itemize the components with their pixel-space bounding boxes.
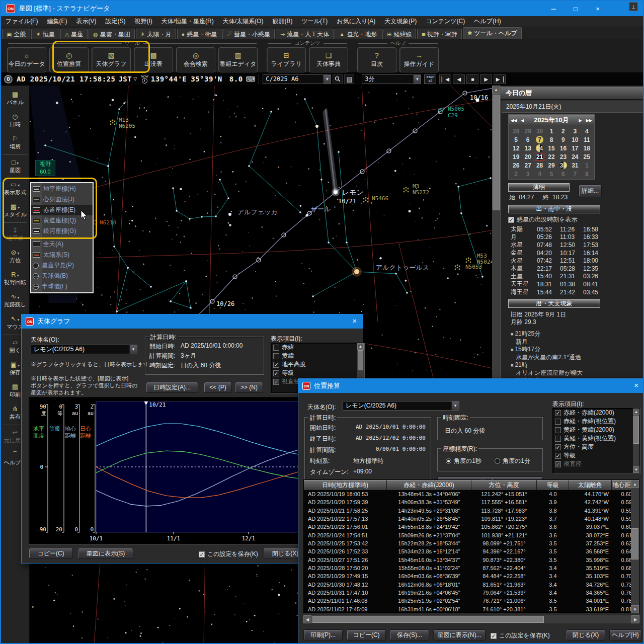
copy-button[interactable]: コピー(C) <box>29 548 73 559</box>
sidebar-item-panel[interactable]: ▦パネル <box>1 88 29 110</box>
calendar-day[interactable]: 30 <box>557 161 569 170</box>
tab-constellations[interactable]: △星座 <box>60 29 88 39</box>
search-icon[interactable] <box>333 74 343 84</box>
chevron-down-icon[interactable]: ▼ <box>413 75 421 84</box>
tab-sun-moon[interactable]: ☀太陽・月 <box>136 29 176 39</box>
checkbox-icon[interactable]: ✓ <box>555 427 561 433</box>
ephemeris-table[interactable]: 日時(地方標準時)赤経・赤緯(J2000)方位・高度等級太陽離角地心距 AD 2… <box>303 479 639 613</box>
menu-item-galactic-coords[interactable]: 銀河座標(G) <box>31 226 93 236</box>
checkbox-icon[interactable]: ✓ <box>199 551 205 557</box>
prev-button[interactable]: << (P) <box>204 382 232 393</box>
tab-daylight-terrain[interactable]: ▲昼光・地形 <box>335 29 381 39</box>
timezone-dropdown-icon[interactable]: ▽ <box>133 76 137 82</box>
tab-planets-satellites[interactable]: ●惑星・衛星 <box>177 29 222 39</box>
print-button[interactable]: 印刷(P)... <box>303 629 343 640</box>
save-settings-checkbox[interactable]: ✓この設定を保存(K) <box>491 631 550 640</box>
scrollbar-thumb[interactable] <box>493 95 500 210</box>
calendar-day[interactable]: 8 <box>545 135 557 144</box>
sidebar-item-light-trail[interactable]: ∿▾光跡残し <box>1 290 29 312</box>
menu-item-horizontal-coords[interactable]: 地平座標(H) <box>31 184 93 194</box>
maximize-button[interactable]: □ <box>565 1 587 16</box>
sidebar-item-location[interactable]: ⚐場所 <box>1 132 29 154</box>
table-row[interactable]: AD 2025/10/19 18:00:5313h48m41.3s +34°04… <box>304 490 639 498</box>
calendar-day[interactable]: 5 <box>545 170 557 178</box>
latitude-value[interactable]: 35°39'N <box>191 75 222 83</box>
show-chart-button[interactable]: 星図に表示(N)... <box>433 629 486 640</box>
menu-item-10[interactable]: 天文現象(P) <box>380 16 421 27</box>
list-icon[interactable]: ▤ <box>344 74 354 84</box>
minimize-button[interactable]: ─ <box>542 1 565 16</box>
step-back-button[interactable]: ◀ <box>453 74 465 84</box>
calendar-day[interactable]: 26 <box>510 161 522 170</box>
display-item-赤経・赤緯(視位置)[interactable]: ✓赤経・赤緯(視位置) <box>553 417 639 426</box>
checkbox-icon[interactable]: ✓ <box>508 217 514 223</box>
calendar-day[interactable]: 1 <box>581 161 593 170</box>
sidebar-item-display-format[interactable]: ▭▾表示形式 <box>1 178 29 200</box>
calendar-day[interactable]: 22 <box>545 152 557 161</box>
calendar-day[interactable]: 20 <box>522 152 533 161</box>
tab-fov-frame[interactable]: ◙視野・写野 <box>417 29 462 39</box>
datetime-setting-button[interactable]: 日時設定(A)... <box>146 382 198 393</box>
help-button[interactable]: ヘルプ(H) <box>609 629 641 640</box>
table-row[interactable]: AD 2025/10/29 17:49:1516h04m03.6s +08°36… <box>304 572 639 580</box>
celestial-graph-button[interactable]: ▧天体グラフ <box>92 47 131 72</box>
table-row[interactable]: AD 2025/10/26 17:52:3315h34m23.8s +16°12… <box>304 547 639 555</box>
calendar-day[interactable]: 8 <box>581 170 593 178</box>
chevron-down-icon[interactable]: ▼ <box>129 345 137 354</box>
tab-comets-asteroids[interactable]: ☄彗星・小惑星 <box>222 29 275 39</box>
calendar-day[interactable]: 24 <box>569 152 581 161</box>
menu-item-planisphere[interactable]: 星座早見(P) <box>31 260 93 271</box>
tab-nebulae-clusters[interactable]: ◍星雲・星団 <box>89 29 135 39</box>
calendar-day[interactable]: 30 <box>534 127 545 135</box>
radio-icon[interactable] <box>495 458 500 464</box>
scrollbar-thumb[interactable] <box>312 616 544 623</box>
next-button[interactable]: >> (N) <box>235 382 263 393</box>
calendar-day[interactable]: 6 <box>522 135 533 144</box>
column-header-1[interactable]: 赤経・赤緯(J2000) <box>387 480 471 490</box>
tab-general[interactable]: ▣全般 <box>2 29 30 39</box>
calendar-day[interactable]: 7 <box>534 135 545 144</box>
scroll-down-icon[interactable]: ▼ <box>631 605 639 613</box>
rise-set-table-button[interactable]: ▤出没表 <box>134 47 173 72</box>
save-settings-checkbox[interactable]: ✓この設定を保存(K) <box>199 550 258 558</box>
calendar-day[interactable]: 1 <box>545 127 557 135</box>
position-calc-button[interactable]: ◴位置推算 <box>49 47 89 72</box>
play-button[interactable]: ▶ <box>480 74 492 84</box>
sidebar-item-fov-rotation[interactable]: R▾視野回転 <box>1 268 29 290</box>
column-header-2[interactable]: 方位・高度 <box>471 480 537 490</box>
longitude-value[interactable]: 139°44'E <box>151 75 187 83</box>
calendar-day[interactable]: 13 <box>522 144 533 152</box>
calendar-day[interactable]: 15 <box>545 144 557 152</box>
calendar-day[interactable]: 29 <box>522 127 533 135</box>
time-step-combo[interactable]: 3分▼ <box>362 74 421 84</box>
calendar-day[interactable]: 27 <box>522 161 533 170</box>
current-datetime[interactable]: AD 2025/10/21 17:58:25 <box>17 75 115 83</box>
checkbox-icon[interactable]: ✓ <box>273 362 279 368</box>
close-button[interactable]: × <box>587 1 609 16</box>
checkbox-icon[interactable]: ✓ <box>273 345 279 351</box>
skip-start-button[interactable]: ▏◀ <box>439 74 451 84</box>
display-item-等級[interactable]: ✓等級 <box>553 451 639 460</box>
step-multiplier-icon[interactable]: STEPx2 <box>424 74 436 84</box>
dialog-title-bar[interactable]: ON 天体グラフ × <box>22 314 363 329</box>
table-row[interactable]: AD 2025/10/25 17:53:4215h22m28.2s +18°53… <box>304 539 639 547</box>
save-button[interactable]: 保存(S)... <box>390 629 429 640</box>
calendar-day[interactable]: 10 <box>569 135 581 144</box>
menu-item-4[interactable]: 視野(I) <box>130 16 156 27</box>
menu-item-5[interactable]: 天体/恒星・星座(R) <box>157 16 218 27</box>
calendar-day[interactable]: 2 <box>510 170 522 178</box>
scroll-up-icon[interactable]: ▲ <box>631 480 639 488</box>
keyboard-icon[interactable]: ⌨ <box>246 75 256 83</box>
menu-item-11[interactable]: コンテンツ(C) <box>421 16 469 27</box>
copy-button[interactable]: コピー(C) <box>347 629 386 640</box>
calendar-day[interactable]: 4 <box>534 170 545 178</box>
table-row[interactable]: AD 2025/11/02 17:45:0916h31m41.6s +00°06… <box>304 605 639 613</box>
close-icon[interactable]: × <box>352 316 357 325</box>
next-year-button[interactable]: ▶▶ <box>584 118 594 123</box>
table-hscrollbar[interactable]: ◀ ▶ <box>303 615 639 623</box>
checkbox-icon[interactable]: ✓ <box>555 436 561 442</box>
calendar-day[interactable]: 14 <box>534 144 545 152</box>
menu-item-3[interactable]: 設定(S) <box>101 16 130 27</box>
calendar-day[interactable]: 28 <box>510 127 522 135</box>
table-scrollbar[interactable]: ▲ ▼ <box>631 480 639 613</box>
